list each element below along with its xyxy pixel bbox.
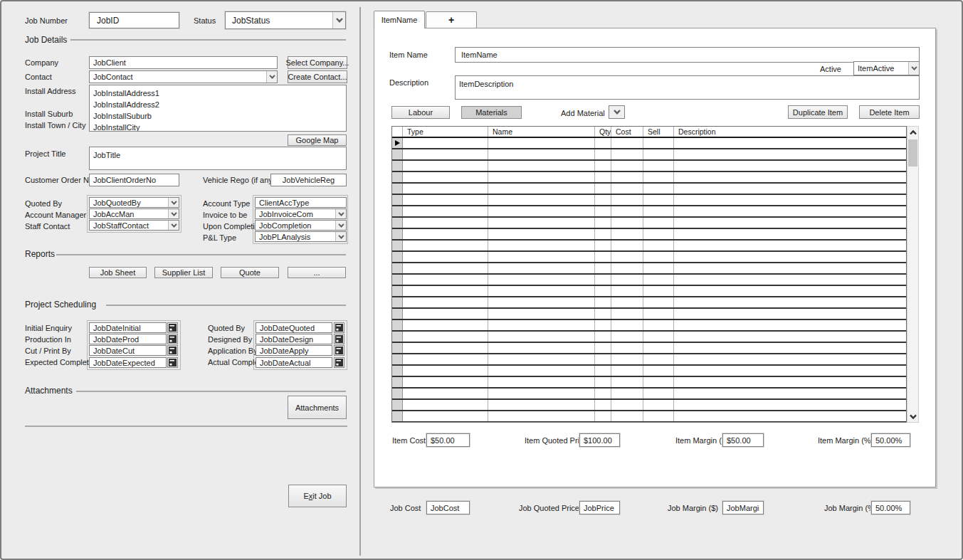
chevron-down-icon[interactable] (908, 62, 919, 75)
chevron-down-icon[interactable] (335, 232, 346, 241)
grid-cell[interactable] (674, 286, 906, 296)
grid-cell[interactable] (595, 138, 611, 148)
grid-row-header[interactable] (392, 149, 403, 159)
grid-cell[interactable] (611, 400, 643, 410)
grid-cell[interactable] (611, 229, 643, 239)
grid-cell[interactable] (595, 161, 611, 171)
grid-cell[interactable] (611, 275, 643, 285)
date-quoted-by-calendar-button[interactable] (334, 322, 344, 333)
invoice-to-be-combo[interactable]: JobInvoiceCom (255, 208, 347, 219)
grid-scrollbar[interactable] (907, 126, 919, 423)
expected-completion-calendar-button[interactable] (167, 357, 178, 368)
grid-cell[interactable] (403, 263, 488, 273)
grid-cell[interactable] (595, 354, 611, 364)
grid-cell[interactable] (488, 206, 595, 216)
grid-cell[interactable] (403, 161, 488, 171)
grid-row-header[interactable] (392, 377, 403, 387)
grid-cell[interactable] (595, 172, 611, 182)
grid-cell[interactable] (488, 389, 595, 398)
grid-cell[interactable] (611, 218, 643, 228)
grid-cell[interactable] (403, 297, 488, 307)
grid-cell[interactable] (488, 275, 595, 285)
chevron-down-icon[interactable] (335, 221, 346, 230)
create-contact-button[interactable]: Create Contact... (288, 70, 347, 83)
job-sheet-button[interactable]: Job Sheet (89, 267, 147, 278)
grid-cell[interactable] (595, 400, 611, 410)
grid-cell[interactable] (611, 206, 643, 216)
grid-cell[interactable] (488, 297, 595, 307)
grid-cell[interactable] (674, 195, 906, 205)
grid-cell[interactable] (403, 138, 488, 148)
production-in-calendar-button[interactable] (167, 334, 178, 344)
grid-cell[interactable] (643, 275, 674, 285)
materials-grid[interactable]: Type Name Qty Cost Sell Description (391, 126, 907, 423)
grid-row[interactable] (392, 218, 906, 229)
grid-cell[interactable] (595, 241, 611, 250)
grid-cell[interactable] (403, 218, 488, 228)
pl-type-combo[interactable]: JobPLAnalysis (255, 231, 347, 242)
item-name-input[interactable] (455, 47, 920, 63)
grid-row[interactable] (392, 184, 906, 195)
actual-completion-input[interactable] (256, 357, 332, 368)
grid-row[interactable] (392, 263, 906, 275)
staff-contact-combo[interactable]: JobStaffContact (89, 220, 179, 231)
grid-cell[interactable] (403, 343, 488, 353)
chevron-down-icon[interactable] (609, 106, 624, 118)
grid-cell[interactable] (403, 286, 488, 296)
tab-item[interactable]: ItemName (374, 11, 425, 28)
grid-cell[interactable] (611, 354, 643, 364)
grid-cell[interactable] (611, 184, 643, 194)
attachments-button[interactable]: Attachments (288, 396, 347, 419)
grid-cell[interactable] (611, 241, 643, 250)
column-header-sell[interactable]: Sell (643, 127, 674, 137)
grid-cell[interactable] (674, 252, 906, 262)
grid-cell[interactable] (643, 263, 674, 273)
grid-cell[interactable] (595, 411, 611, 421)
grid-cell[interactable] (595, 275, 611, 285)
item-quoted-price-input[interactable] (579, 433, 620, 447)
grid-cell[interactable] (611, 297, 643, 307)
grid-cell[interactable] (643, 309, 674, 319)
job-margin-percent-input[interactable] (871, 501, 910, 514)
grid-cell[interactable] (611, 320, 643, 330)
grid-cell[interactable] (643, 172, 674, 182)
account-type-input[interactable] (255, 197, 347, 208)
labour-button[interactable]: Labour (391, 106, 450, 119)
grid-row[interactable] (392, 309, 906, 320)
job-number-input[interactable] (89, 12, 179, 28)
item-margin-percent-input[interactable] (871, 433, 910, 447)
grid-cell[interactable] (643, 354, 674, 364)
job-cost-input[interactable] (426, 501, 470, 514)
grid-cell[interactable] (674, 172, 906, 182)
install-address-box[interactable]: JobInstallAddress1 JobInstallAddress2 Jo… (89, 85, 347, 132)
grid-cell[interactable] (674, 354, 906, 364)
grid-cell[interactable] (488, 366, 595, 376)
grid-cell[interactable] (403, 366, 488, 376)
grid-cell[interactable] (403, 206, 488, 216)
chevron-down-icon[interactable] (168, 221, 179, 230)
grid-cell[interactable] (611, 286, 643, 296)
grid-cell[interactable] (595, 195, 611, 205)
grid-cell[interactable] (488, 377, 595, 387)
item-cost-input[interactable] (426, 433, 470, 447)
grid-cell[interactable] (595, 320, 611, 330)
grid-cell[interactable] (643, 241, 674, 250)
grid-cell[interactable] (488, 172, 595, 182)
grid-row-header[interactable] (392, 172, 403, 182)
grid-cell[interactable] (488, 184, 595, 194)
grid-cell[interactable] (488, 252, 595, 262)
vehicle-rego-input[interactable] (270, 174, 347, 186)
grid-row-header[interactable] (392, 218, 403, 228)
grid-row[interactable] (392, 241, 906, 252)
chevron-down-icon[interactable] (168, 209, 179, 218)
grid-row-header[interactable] (392, 343, 403, 353)
initial-enquiry-input[interactable] (89, 322, 167, 333)
grid-row[interactable] (392, 206, 906, 218)
grid-current-row-header[interactable] (392, 138, 403, 148)
more-reports-button[interactable]: ... (288, 267, 346, 278)
column-header-qty[interactable]: Qty (595, 127, 611, 137)
active-combo[interactable]: ItemActive (853, 61, 920, 75)
grid-cell[interactable] (643, 252, 674, 262)
grid-cell[interactable] (643, 206, 674, 216)
grid-cell[interactable] (488, 195, 595, 205)
